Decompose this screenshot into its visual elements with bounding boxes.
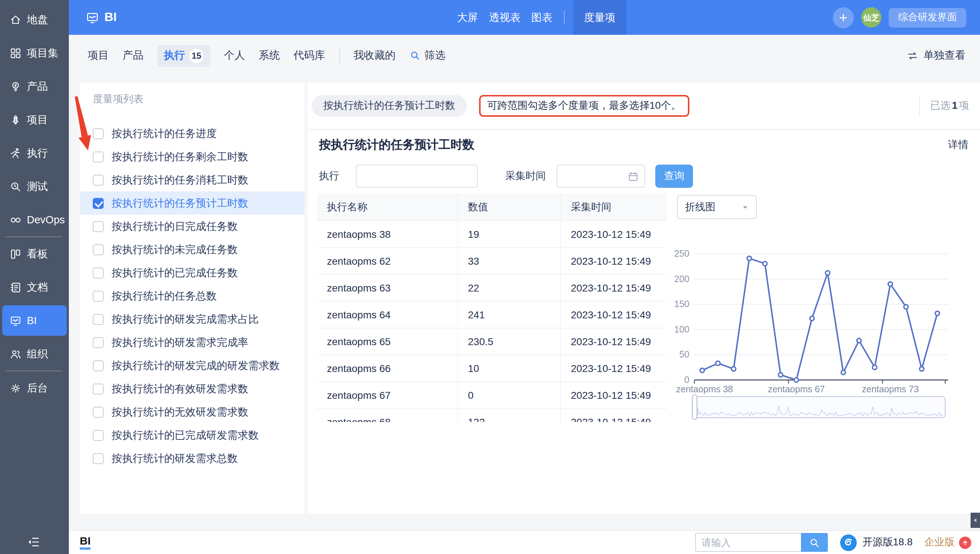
add-button[interactable]: [833, 7, 854, 28]
checkbox[interactable]: [93, 383, 103, 394]
metric-item-6[interactable]: 按执行统计的已完成任务数: [80, 261, 304, 284]
time-input[interactable]: [557, 165, 645, 188]
metric-item-10[interactable]: 按执行统计的研发完成的研发需求数: [80, 354, 304, 377]
metric-item-3[interactable]: 按执行统计的任务预计工时数: [80, 191, 304, 215]
table-row[interactable]: zentaopms 66102023-10-12 15:49: [317, 355, 667, 382]
sidebar-item-program[interactable]: 项目集: [0, 36, 69, 70]
tab-product[interactable]: 产品: [123, 49, 143, 62]
checkbox[interactable]: [93, 244, 103, 255]
metric-item-5[interactable]: 按执行统计的未完成任务数: [80, 238, 304, 261]
metric-item-13[interactable]: 按执行统计的已完成研发需求数: [80, 423, 304, 447]
tab-repo[interactable]: 代码库: [294, 49, 325, 62]
table-row[interactable]: zentaopms 6702023-10-12 15:49: [317, 382, 667, 409]
metric-item-7[interactable]: 按执行统计的任务总数: [80, 284, 304, 307]
table-row[interactable]: zentaopms 62332023-10-12 15:49: [317, 248, 667, 274]
single-view-button[interactable]: 单独查看: [907, 49, 966, 62]
topnav-chart[interactable]: 图表: [531, 11, 552, 24]
sidebar-item-bi[interactable]: BI: [2, 305, 67, 336]
table-row[interactable]: zentaopms 681222023-10-12 15:49: [317, 409, 667, 422]
checkbox[interactable]: [93, 360, 103, 371]
checkbox[interactable]: [93, 314, 103, 325]
sidebar: 地盘项目集产品项目执行测试DevOps看板文档BI组织后台: [0, 0, 69, 554]
query-button[interactable]: 查询: [655, 165, 693, 188]
checkbox[interactable]: [93, 128, 103, 139]
topnav-metric[interactable]: 度量项: [573, 0, 626, 35]
table-row[interactable]: zentaopms 642412023-10-12 15:49: [317, 301, 667, 328]
sidebar-item-execution[interactable]: 执行: [0, 136, 69, 170]
subnav-divider: [339, 48, 340, 64]
detail-link[interactable]: 详情: [948, 138, 969, 151]
metric-item-8[interactable]: 按执行统计的研发完成需求占比: [80, 307, 304, 331]
metric-item-0[interactable]: 按执行统计的任务进度: [80, 122, 304, 145]
detail-panel: 按执行统计的任务预计工时数 可跨范围勾选多个度量项，最多选择10个。 已选1项 …: [307, 83, 980, 513]
tab-count-badge: 15: [189, 48, 204, 63]
tab-system[interactable]: 系统: [259, 49, 280, 62]
checkbox[interactable]: [93, 151, 103, 162]
svg-text:zentaopms 38: zentaopms 38: [676, 384, 733, 394]
checkbox[interactable]: [93, 221, 103, 232]
metric-item-2[interactable]: 按执行统计的任务消耗工时数: [80, 168, 304, 191]
metric-label: 按执行统计的研发需求总数: [111, 451, 238, 465]
sidebar-item-org[interactable]: 组织: [0, 337, 69, 371]
checkbox[interactable]: [93, 290, 103, 301]
checkbox[interactable]: [93, 174, 103, 185]
sidebar-item-project[interactable]: 项目: [0, 103, 69, 136]
metric-item-12[interactable]: 按执行统计的无效研发需求数: [80, 400, 304, 423]
checkbox[interactable]: [93, 406, 103, 417]
table-cell: 22: [457, 274, 560, 301]
topnav-pivot[interactable]: 透视表: [489, 11, 520, 24]
table-cell: 2023-10-12 15:49: [560, 274, 667, 301]
selected-metric-chip[interactable]: 按执行统计的任务预计工时数: [312, 95, 467, 117]
test-icon: [10, 180, 22, 193]
table-row[interactable]: zentaopms 38192023-10-12 15:49: [317, 221, 667, 248]
checkbox[interactable]: [93, 430, 103, 441]
footer-search-input[interactable]: [695, 533, 801, 552]
sidebar-item-product[interactable]: 产品: [0, 70, 69, 103]
vertical-divider: [919, 96, 920, 116]
metric-item-14[interactable]: 按执行统计的研发需求总数: [80, 447, 304, 470]
metric-item-9[interactable]: 按执行统计的研发需求完成率: [80, 331, 304, 354]
metric-item-11[interactable]: 按执行统计的有效研发需求数: [80, 377, 304, 400]
sidebar-item-devops[interactable]: DevOps: [0, 203, 69, 236]
tab-personal[interactable]: 个人: [224, 49, 245, 62]
tab-favorites[interactable]: 我收藏的: [353, 49, 395, 62]
sidebar-item-home[interactable]: 地盘: [0, 3, 69, 36]
checkbox[interactable]: [93, 197, 103, 209]
sidebar-item-test[interactable]: 测试: [0, 170, 69, 203]
table-cell: zentaopms 64: [317, 301, 457, 328]
enterprise-link[interactable]: 企业版: [924, 536, 971, 549]
workspace-button[interactable]: 综合研发界面: [889, 8, 966, 27]
avatar[interactable]: 仙芝: [861, 7, 881, 27]
topnav-dashboard[interactable]: 大屏: [457, 11, 478, 24]
footer-logo[interactable]: BI: [80, 535, 91, 550]
datazoom-handle: [692, 395, 697, 419]
datazoom-slider[interactable]: [692, 395, 945, 419]
exec-input[interactable]: [356, 165, 478, 188]
section-title: 按执行统计的任务预计工时数: [319, 137, 474, 153]
version-info[interactable]: 开源版18.8: [839, 533, 913, 551]
search-icon: [809, 537, 820, 548]
table-row[interactable]: zentaopms 63222023-10-12 15:49: [317, 274, 667, 301]
tab-filter[interactable]: 筛选: [409, 49, 445, 62]
chart-type-select[interactable]: 折线图: [677, 195, 757, 219]
metric-item-1[interactable]: 按执行统计的任务剩余工时数: [80, 145, 304, 168]
sidebar-collapse-button[interactable]: [27, 535, 41, 549]
svg-text:100: 100: [674, 324, 689, 334]
kanban-icon: [10, 248, 22, 260]
execution-icon: [10, 147, 22, 159]
metric-item-4[interactable]: 按执行统计的日完成任务数: [80, 215, 304, 238]
footer-search-button[interactable]: [801, 533, 828, 552]
sidebar-item-kanban[interactable]: 看板: [0, 237, 69, 271]
devops-icon: [10, 213, 22, 226]
checkbox[interactable]: [93, 267, 103, 278]
sidebar-item-doc[interactable]: 文档: [0, 271, 69, 304]
sidebar-item-admin[interactable]: 后台: [0, 371, 69, 404]
checkbox[interactable]: [93, 453, 103, 464]
panel-edge-toggle[interactable]: [970, 513, 980, 528]
table-cell: zentaopms 38: [317, 221, 457, 248]
checkbox[interactable]: [93, 337, 103, 348]
app-brand[interactable]: BI: [86, 10, 117, 25]
tab-project[interactable]: 项目: [88, 49, 109, 62]
tab-execution[interactable]: 执行15: [157, 45, 210, 66]
table-row[interactable]: zentaopms 65230.52023-10-12 15:49: [317, 328, 667, 355]
